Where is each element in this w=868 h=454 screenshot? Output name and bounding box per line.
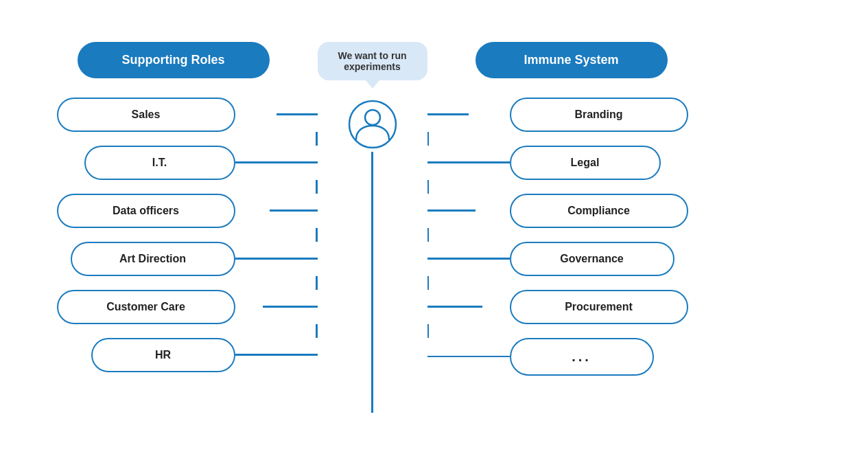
- sales-pill: Sales: [57, 98, 235, 132]
- more-pill: ...: [510, 338, 654, 376]
- supporting-roles-header: Supporting Roles: [78, 42, 270, 78]
- avatar-icon: [348, 100, 397, 152]
- list-item: Art Direction: [30, 242, 318, 276]
- branding-pill: Branding: [510, 98, 688, 132]
- v-connector: [316, 276, 318, 290]
- v-connector: [427, 324, 430, 338]
- center-vline: [371, 152, 373, 413]
- h-connector: [427, 356, 510, 358]
- right-column: Immune System Branding Legal Compliance: [427, 42, 716, 376]
- v-connector: [316, 228, 318, 242]
- governance-pill: Governance: [510, 242, 675, 276]
- v-connector: [427, 228, 430, 242]
- h-connector: [235, 354, 318, 356]
- list-item: Sales: [30, 98, 318, 132]
- h-connector: [427, 113, 469, 115]
- immune-system-header: Immune System: [476, 42, 668, 78]
- customer-care-pill: Customer Care: [57, 290, 235, 324]
- h-connector: [235, 258, 318, 260]
- legal-pill: Legal: [510, 146, 661, 180]
- hr-pill: HR: [91, 338, 235, 372]
- v-connector: [427, 132, 430, 146]
- left-items: Sales I.T. Data officers Art Direction: [30, 98, 318, 372]
- left-column: Supporting Roles Sales I.T. Data officer…: [30, 42, 318, 372]
- speech-bubble: We want to run experiments: [318, 42, 427, 80]
- h-connector: [277, 113, 318, 115]
- list-item: HR: [30, 338, 318, 372]
- v-connector: [427, 180, 430, 194]
- v-connector: [316, 324, 318, 338]
- list-item: Customer Care: [30, 290, 318, 324]
- v-connector: [316, 132, 318, 146]
- svg-point-1: [365, 110, 380, 125]
- list-item: I.T.: [30, 146, 318, 180]
- center-column: We want to run experiments: [318, 42, 427, 413]
- art-direction-pill: Art Direction: [71, 242, 235, 276]
- h-connector: [427, 209, 476, 212]
- list-item: Data officers: [30, 194, 318, 228]
- h-connector: [270, 209, 318, 212]
- diagram: Supporting Roles Sales I.T. Data officer…: [30, 42, 839, 413]
- list-item: Branding: [427, 98, 716, 132]
- h-connector: [427, 161, 510, 163]
- h-connector: [427, 306, 482, 308]
- list-item: Governance: [427, 242, 716, 276]
- v-connector: [427, 276, 430, 290]
- it-pill: I.T.: [84, 146, 235, 180]
- data-officers-pill: Data officers: [57, 194, 235, 228]
- v-connector: [316, 180, 318, 194]
- list-item: ...: [427, 338, 716, 376]
- h-connector: [263, 306, 318, 308]
- h-connector: [235, 161, 318, 163]
- list-item: Legal: [427, 146, 716, 180]
- list-item: Procurement: [427, 290, 716, 324]
- list-item: Compliance: [427, 194, 716, 228]
- compliance-pill: Compliance: [510, 194, 688, 228]
- h-connector: [427, 258, 510, 260]
- right-items: Branding Legal Compliance Governance: [427, 98, 716, 376]
- procurement-pill: Procurement: [510, 290, 688, 324]
